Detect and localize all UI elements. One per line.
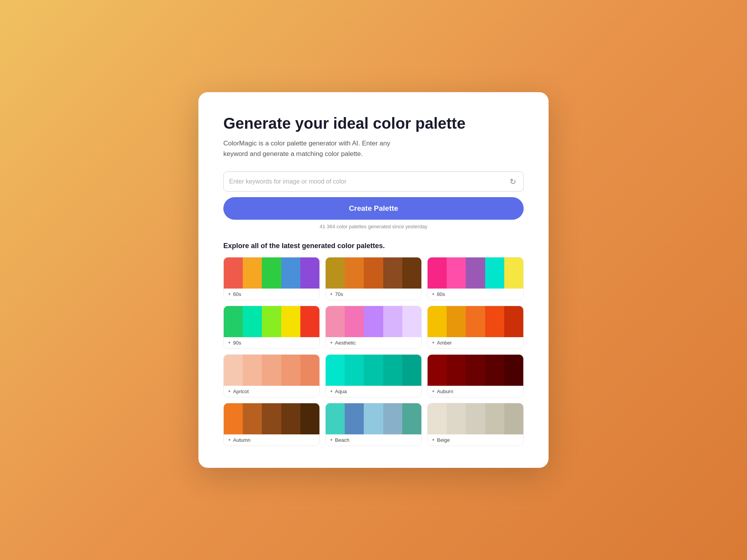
palette-label: ✦Aqua: [326, 386, 421, 397]
swatch: [243, 355, 262, 386]
page-subtitle: ColorMagic is a color palette generator …: [223, 138, 410, 159]
palette-swatches: [428, 257, 523, 289]
swatch: [466, 403, 485, 434]
swatch: [428, 306, 447, 337]
page-title: Generate your ideal color palette: [223, 114, 524, 133]
palette-card[interactable]: ✦Beige: [427, 403, 524, 446]
palette-icon: ✦: [330, 340, 333, 345]
search-row: ↻: [223, 172, 524, 192]
swatch: [485, 355, 504, 386]
swatch: [466, 355, 485, 386]
palette-swatches: [428, 306, 523, 337]
swatch: [262, 403, 281, 434]
stats-text: 41 364 color palettes generated since ye…: [223, 224, 524, 229]
swatch: [326, 403, 345, 434]
swatch: [345, 355, 364, 386]
palette-card[interactable]: ✦60s: [223, 257, 320, 300]
swatch: [281, 355, 300, 386]
swatch: [300, 306, 319, 337]
palette-label: ✦Aesthetic: [326, 337, 421, 348]
palette-card[interactable]: ✦Apricot: [223, 354, 320, 397]
palette-icon: ✦: [330, 389, 333, 394]
swatch: [383, 257, 402, 289]
swatch: [364, 257, 383, 289]
swatch: [504, 306, 523, 337]
swatch: [224, 355, 243, 386]
palette-card[interactable]: ✦70s: [325, 257, 422, 300]
palette-icon: ✦: [431, 340, 435, 345]
palette-swatches: [326, 257, 421, 289]
palette-swatches: [428, 403, 523, 434]
palette-label: ✦60s: [224, 289, 319, 300]
swatch: [364, 403, 383, 434]
palette-label-text: Auburn: [437, 388, 453, 394]
swatch: [447, 306, 466, 337]
palette-card[interactable]: ✦80s: [427, 257, 524, 300]
palette-card[interactable]: ✦Aesthetic: [325, 306, 422, 349]
palette-label-text: 60s: [233, 291, 241, 297]
swatch: [243, 403, 262, 434]
swatch: [224, 403, 243, 434]
swatch: [402, 403, 421, 434]
swatch: [485, 257, 504, 289]
palette-card[interactable]: ✦Auburn: [427, 354, 524, 397]
palette-swatches: [224, 355, 319, 386]
palette-icon: ✦: [228, 340, 231, 345]
palette-card[interactable]: ✦Autumn: [223, 403, 320, 446]
swatch: [383, 306, 402, 337]
palette-swatches: [428, 355, 523, 386]
palette-label: ✦80s: [428, 289, 523, 300]
refresh-button[interactable]: ↻: [508, 175, 518, 188]
main-card: Generate your ideal color palette ColorM…: [198, 92, 549, 468]
swatch: [262, 306, 281, 337]
swatch: [428, 355, 447, 386]
swatch: [383, 355, 402, 386]
swatch: [345, 257, 364, 289]
palette-card[interactable]: ✦Aqua: [325, 354, 422, 397]
swatch: [504, 355, 523, 386]
explore-heading: Explore all of the latest generated colo…: [223, 242, 524, 250]
swatch: [224, 306, 243, 337]
swatch: [466, 306, 485, 337]
palette-label: ✦Auburn: [428, 386, 523, 397]
swatch: [326, 257, 345, 289]
swatch: [300, 257, 319, 289]
palette-label-text: Beige: [437, 437, 450, 443]
palette-icon: ✦: [431, 292, 435, 297]
palette-swatches: [224, 306, 319, 337]
swatch: [281, 257, 300, 289]
swatch: [281, 403, 300, 434]
palette-icon: ✦: [228, 389, 231, 394]
palette-swatches: [224, 403, 319, 434]
swatch: [345, 403, 364, 434]
palette-card[interactable]: ✦Beach: [325, 403, 422, 446]
swatch: [504, 257, 523, 289]
palette-grid: ✦60s✦70s✦80s✦90s✦Aesthetic✦Amber✦Apricot…: [223, 257, 524, 446]
swatch: [402, 306, 421, 337]
palette-icon: ✦: [228, 292, 231, 297]
palette-icon: ✦: [228, 438, 231, 443]
swatch: [504, 403, 523, 434]
palette-swatches: [224, 257, 319, 289]
swatch: [262, 355, 281, 386]
swatch: [447, 355, 466, 386]
swatch: [243, 306, 262, 337]
palette-label-text: Aesthetic: [335, 340, 356, 346]
palette-icon: ✦: [431, 438, 435, 443]
swatch: [300, 403, 319, 434]
swatch: [402, 355, 421, 386]
palette-icon: ✦: [330, 292, 333, 297]
search-input[interactable]: [229, 178, 508, 185]
palette-card[interactable]: ✦90s: [223, 306, 320, 349]
palette-swatches: [326, 403, 421, 434]
palette-label: ✦Apricot: [224, 386, 319, 397]
create-palette-button[interactable]: Create Palette: [223, 197, 524, 220]
palette-label-text: Autumn: [233, 437, 251, 443]
swatch: [485, 403, 504, 434]
swatch: [262, 257, 281, 289]
swatch: [447, 403, 466, 434]
palette-card[interactable]: ✦Amber: [427, 306, 524, 349]
palette-label: ✦Autumn: [224, 434, 319, 446]
palette-label: ✦90s: [224, 337, 319, 348]
palette-icon: ✦: [431, 389, 435, 394]
